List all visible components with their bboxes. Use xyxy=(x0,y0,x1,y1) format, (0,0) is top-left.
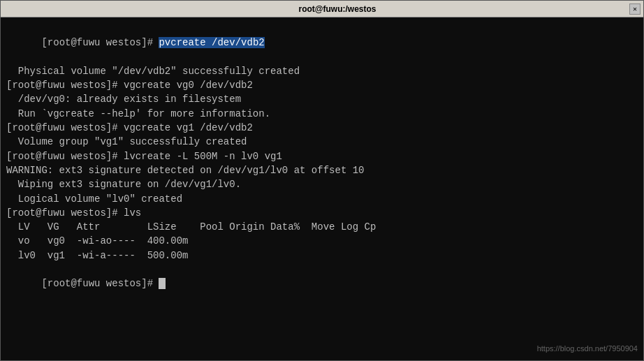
terminal-line-11: Logical volume "lv0" created xyxy=(6,192,638,206)
prompt-12: [root@fuwu westos]# lvs xyxy=(6,207,141,219)
watermark: https://blog.csdn.net/7950904 xyxy=(537,344,638,355)
terminal-line-7: Volume group "vg1" successfully created xyxy=(6,135,638,149)
close-button[interactable]: ✕ xyxy=(629,3,641,15)
terminal-line-12: [root@fuwu westos]# lvs xyxy=(6,206,638,220)
terminal-line-2: Physical volume "/dev/vdb2" successfully… xyxy=(6,64,638,78)
terminal-line-1: [root@fuwu westos]# pvcreate /dev/vdb2 xyxy=(6,22,638,64)
terminal-line-3: [root@fuwu westos]# vgcreate vg0 /dev/vd… xyxy=(6,78,638,92)
command-1: pvcreate /dev/vdb2 xyxy=(159,37,264,48)
terminal-line-10: Wiping ext3 signature on /dev/vg1/lv0. xyxy=(6,177,638,191)
cursor xyxy=(159,278,166,289)
terminal-line-14: vo vg0 -wi-ao---- 400.00m xyxy=(6,234,638,248)
prompt-8: [root@fuwu westos]# lvcreate -L 500M -n … xyxy=(6,151,282,162)
terminal-window: root@fuwu:/westos ✕ [root@fuwu westos]# … xyxy=(0,0,644,361)
title-bar-title: root@fuwu:/westos xyxy=(298,4,376,14)
terminal-body[interactable]: [root@fuwu westos]# pvcreate /dev/vdb2 P… xyxy=(1,17,643,360)
prompt-3: [root@fuwu westos]# vgcreate vg0 /dev/vd… xyxy=(6,80,253,91)
prompt-final: [root@fuwu westos]# xyxy=(41,278,159,289)
terminal-line-9: WARNING: ext3 signature detected on /dev… xyxy=(6,163,638,177)
terminal-line-15: lv0 vg1 -wi-a----- 500.00m xyxy=(6,249,638,263)
prompt-1: [root@fuwu westos]# xyxy=(41,37,159,48)
terminal-line-13: LV VG Attr LSize Pool Origin Data% Move … xyxy=(6,220,638,234)
title-bar: root@fuwu:/westos ✕ xyxy=(1,1,643,17)
terminal-line-16: [root@fuwu westos]# xyxy=(6,263,638,305)
terminal-line-4: /dev/vg0: already exists in filesystem xyxy=(6,92,638,106)
terminal-line-6: [root@fuwu westos]# vgcreate vg1 /dev/vd… xyxy=(6,121,638,135)
prompt-6: [root@fuwu westos]# vgcreate vg1 /dev/vd… xyxy=(6,122,253,133)
terminal-line-8: [root@fuwu westos]# lvcreate -L 500M -n … xyxy=(6,149,638,163)
terminal-line-5: Run `vgcreate --help' for more informati… xyxy=(6,107,638,121)
